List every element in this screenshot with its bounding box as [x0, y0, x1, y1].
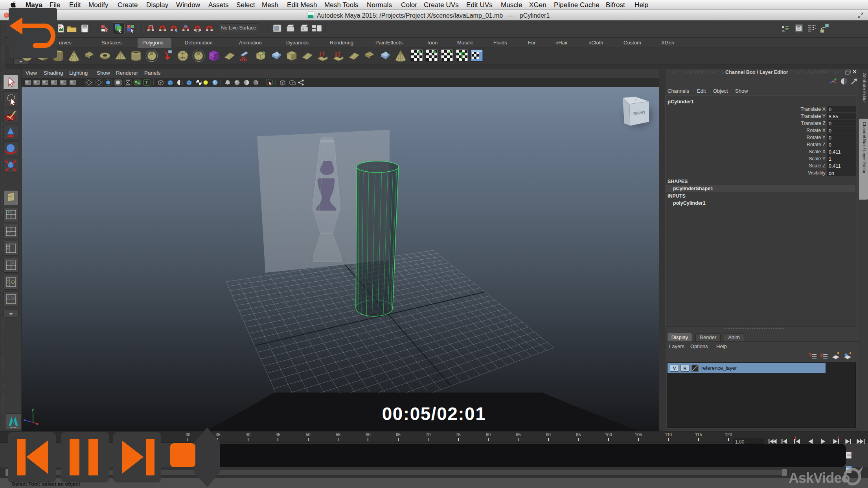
svg-text:T: T	[145, 80, 148, 85]
svg-text:MAYA: MAYA	[10, 426, 17, 429]
svg-text:Y: Y	[31, 408, 34, 413]
